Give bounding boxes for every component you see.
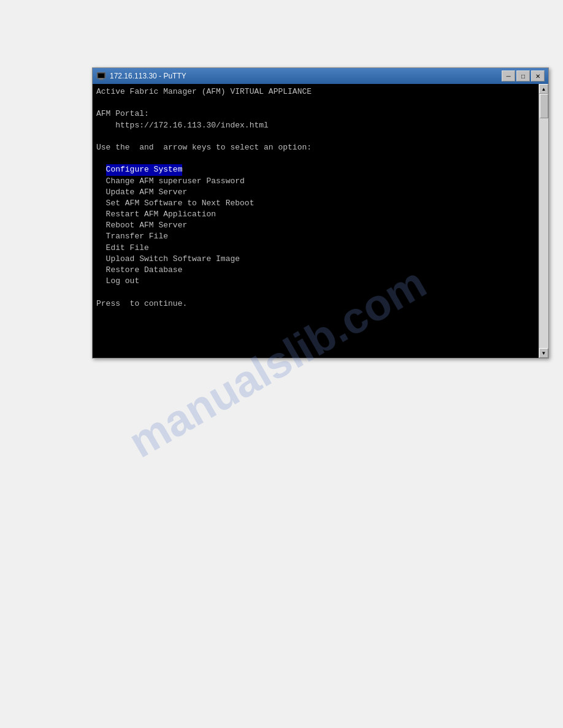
- menu-item-4[interactable]: Reboot AFM Server: [106, 221, 188, 230]
- menu-item-7[interactable]: Upload Switch Software Image: [106, 254, 240, 264]
- menu-item-6[interactable]: Edit File: [106, 243, 149, 252]
- terminal-heading: Active Fabric Manager (AFM) VIRTUAL APPL…: [96, 87, 312, 96]
- terminal-body: Active Fabric Manager (AFM) VIRTUAL APPL…: [93, 84, 548, 358]
- close-button[interactable]: ✕: [531, 70, 545, 82]
- menu-item-0[interactable]: Change AFM superuser Password: [106, 176, 245, 186]
- putty-window: 172.16.113.30 - PuTTY ─ □ ✕ Active Fabri…: [92, 67, 549, 358]
- scroll-thumb[interactable]: [540, 94, 548, 118]
- maximize-button[interactable]: □: [516, 70, 530, 82]
- instruction-text: Use the and arrow keys to select an opti…: [96, 143, 312, 152]
- putty-icon: [96, 71, 106, 81]
- minimize-button[interactable]: ─: [502, 70, 515, 82]
- scroll-down-button[interactable]: ▼: [539, 348, 548, 358]
- window-controls: ─ □ ✕: [502, 70, 545, 82]
- svg-rect-3: [99, 80, 104, 80]
- portal-url: https://172.16.113.30/index.html: [96, 121, 269, 130]
- menu-item-3[interactable]: Restart AFM Application: [106, 210, 216, 219]
- selected-menu-item[interactable]: Configure System: [106, 164, 183, 175]
- title-bar: 172.16.113.30 - PuTTY ─ □ ✕: [93, 68, 548, 84]
- menu-item-9[interactable]: Log out: [106, 276, 140, 286]
- footer-text: Press to continue.: [96, 299, 187, 308]
- svg-rect-1: [98, 74, 104, 78]
- menu-item-5[interactable]: Transfer File: [106, 232, 168, 241]
- scrollbar[interactable]: ▲ ▼: [538, 84, 548, 358]
- menu-item-1[interactable]: Update AFM Server: [106, 188, 188, 197]
- scroll-track: [539, 94, 548, 348]
- menu-item-8[interactable]: Restore Database: [106, 265, 183, 275]
- svg-rect-2: [99, 78, 103, 80]
- portal-label: AFM Portal:: [96, 109, 149, 118]
- terminal-content[interactable]: Active Fabric Manager (AFM) VIRTUAL APPL…: [93, 84, 538, 358]
- scroll-up-button[interactable]: ▲: [539, 84, 548, 94]
- window-title: 172.16.113.30 - PuTTY: [110, 72, 502, 80]
- menu-item-2[interactable]: Set AFM Software to Next Reboot: [106, 199, 255, 208]
